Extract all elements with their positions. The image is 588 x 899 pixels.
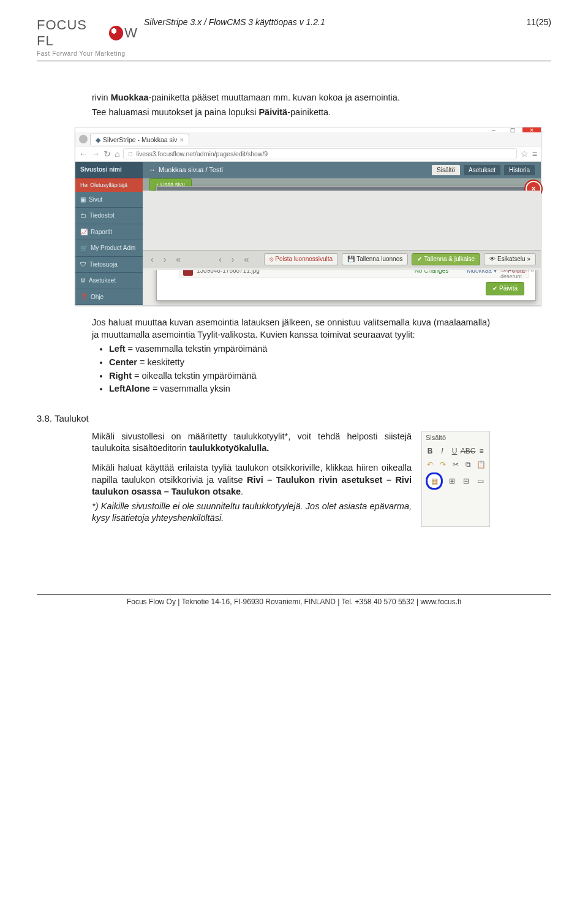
list-item: Left = vasemmalla tekstin ympäröimänä (109, 343, 490, 355)
sidebar-item-sivut[interactable]: ▣Sivut (75, 192, 143, 208)
toolbar-header: Sisältö (422, 431, 489, 444)
cut-icon[interactable]: ✂ (451, 459, 461, 470)
check-icon: ✔ (417, 255, 422, 264)
save-publish-button[interactable]: ✔Tallenna & julkaise (412, 253, 480, 265)
document-title: SilverStripe 3.x / FlowCMS 3 käyttöopas … (138, 17, 527, 27)
breadcrumb-icon: ↔ (149, 166, 156, 173)
nav-forward-icon[interactable]: → (91, 148, 100, 160)
intro-line-2: Tee haluamasi muutokset ja paina lopuksi… (92, 107, 490, 119)
preview-button[interactable]: 👁Esikatselu » (484, 253, 536, 265)
sidebar-item-product[interactable]: 🛒My Product Adm (75, 240, 143, 257)
help-icon: ❓ (80, 293, 88, 302)
tab-historia[interactable]: Historia (504, 165, 535, 175)
sec38-p1: Mikäli sivustollesi on määritetty tauluk… (92, 431, 412, 455)
sec38-p3: *) Kaikille sivustoille ei ole suunnitel… (92, 501, 412, 525)
window-close-icon[interactable]: × (522, 127, 541, 132)
logo-swirl-icon (109, 26, 124, 40)
logo-text-right: W (124, 25, 138, 41)
redo-icon[interactable]: ↷ (439, 459, 448, 470)
folder-icon: 🗀 (80, 211, 86, 220)
cms-screenshot: – □ × ◆ SilverStripe - Muokkaa siv × ← →… (75, 127, 541, 306)
sidebar-item-ohje[interactable]: ❓Ohje (75, 289, 143, 306)
underline-icon[interactable]: U (450, 446, 459, 457)
sidebar-item-raportit[interactable]: 📈Raportit (75, 224, 143, 241)
cart-icon: 🛒 (80, 244, 88, 252)
intro-line-1: rivin Muokkaa-painiketta pääset muuttama… (92, 92, 490, 104)
welcome-bar: Hei Oletusylläpitäjä (75, 178, 143, 192)
browser-tab-label: SilverStripe - Muokkaa siv (103, 135, 177, 144)
bold-icon[interactable]: B (426, 446, 434, 457)
list-item: Right = oikealla tekstin ympäröimänä (109, 370, 490, 382)
list-item: Center = keskitetty (109, 357, 490, 369)
window-titlebar: – □ × (75, 127, 541, 132)
table-tool-icon[interactable]: ▦ (429, 476, 440, 487)
gear-icon: ⚙ (80, 276, 86, 285)
star-icon[interactable]: ☆ (521, 148, 529, 160)
sidebar-item-asetukset[interactable]: ⚙Asetukset (75, 273, 143, 289)
nav-back-icon[interactable]: ← (79, 148, 88, 160)
alignment-list: Left = vasemmalla tekstin ympäröimänä Ce… (109, 343, 490, 395)
tab-sisalto[interactable]: Sisältö (432, 165, 460, 175)
page-number: 11(25) (527, 17, 551, 27)
report-icon: 📈 (80, 228, 88, 237)
cms-sidebar: Sivustosi nimi Hei Oletusylläpitäjä ▣Siv… (75, 162, 143, 305)
menu-icon[interactable]: ≡ (532, 148, 537, 160)
window-maximize-icon[interactable]: □ (503, 127, 522, 132)
browser-tab[interactable]: ◆ SilverStripe - Muokkaa siv × (90, 134, 189, 145)
trash-icon: ⦸ (270, 255, 273, 264)
breadcrumb: Muokkaa sivua / Testi (159, 166, 223, 173)
highlight-circle-annotation: ▦ (426, 472, 443, 490)
scroll-left-icon[interactable]: ‹ (148, 254, 157, 265)
sec38-p2: Mikäli haluat käyttää erilaista tyyliä t… (92, 462, 412, 498)
delete-draft-button[interactable]: ⦸Poista luonnossivulta (264, 253, 338, 265)
incognito-icon (79, 135, 88, 143)
section-3-8-heading: 3.8. Taulukot (37, 412, 490, 425)
paste-icon[interactable]: 📋 (477, 459, 486, 470)
save-draft-button[interactable]: 💾Tallenna luonnos (342, 253, 408, 265)
pages-icon: ▣ (80, 195, 86, 204)
address-bar[interactable]: 🗋 livess3.focusflow.net/admin/pages/edit… (123, 148, 516, 159)
tab-asetukset[interactable]: Asetukset (464, 165, 500, 175)
strike-icon[interactable]: ABC (462, 446, 473, 457)
logo-text-left: FOCUS FL (37, 17, 108, 49)
copy-icon[interactable]: ⧉ (464, 459, 473, 470)
save-icon: 💾 (347, 255, 355, 264)
eye-icon: 👁 (489, 255, 496, 264)
sidebar-item-tietosuoja[interactable]: 🛡Tietosuoja (75, 257, 143, 273)
after-p1: Jos haluat muuttaa kuvan asemointia lata… (92, 317, 490, 341)
list-item: LeftAlone = vasemmalla yksin (109, 383, 490, 395)
editor-toolbar-image: Sisältö B I U ABC ≡ ↶ ↷ ✂ ⧉ 📋 ▦ (421, 431, 490, 527)
table-insert-icon[interactable]: ⊞ (447, 476, 457, 487)
align-icon[interactable]: ≡ (477, 446, 486, 457)
undo-icon[interactable]: ↶ (426, 459, 435, 470)
logo-tagline: Fast Forward Your Marketing (37, 50, 138, 57)
brand-logo: FOCUS FL W Fast Forward Your Marketing (37, 17, 138, 57)
nav-reload-icon[interactable]: ↻ (104, 148, 111, 160)
scroll-right-icon[interactable]: › (160, 254, 170, 265)
window-minimize-icon[interactable]: – (484, 127, 503, 132)
header-divider (37, 61, 551, 61)
site-name: Sivustosi nimi (75, 162, 143, 178)
nav-home-icon[interactable]: ⌂ (115, 148, 119, 160)
row-icon[interactable]: ▭ (475, 476, 486, 487)
paivita-button[interactable]: ✔ Päivitä (486, 282, 524, 295)
italic-icon[interactable]: I (438, 446, 447, 457)
sidebar-item-tiedostot[interactable]: 🗀Tiedostot (75, 208, 143, 224)
tab-close-icon: × (179, 135, 183, 144)
table-delete-icon[interactable]: ⊟ (461, 476, 471, 487)
page-footer: Focus Flow Oy | Teknotie 14-16, FI-96930… (37, 594, 551, 606)
shield-icon: 🛡 (80, 260, 86, 269)
